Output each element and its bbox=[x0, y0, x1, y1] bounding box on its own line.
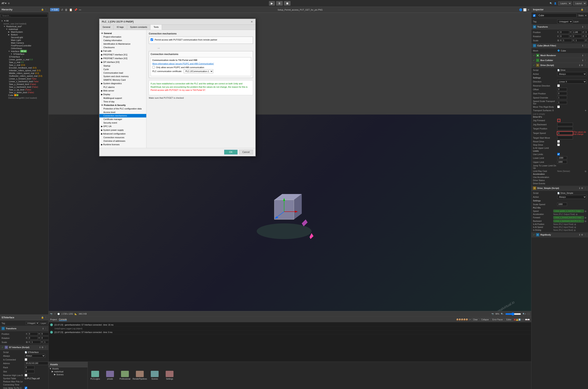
s7-addr-input[interactable] bbox=[25, 362, 48, 365]
tree-access-level[interactable]: Access level bbox=[99, 110, 146, 114]
mesh-filter-menu[interactable]: ⋮ bbox=[584, 44, 587, 47]
at-speed-select-icon[interactable]: ◎ bbox=[574, 226, 576, 228]
minimize-btn[interactable]: 🔵 bbox=[519, 8, 523, 11]
console-log-1[interactable]: ℹ [21:07:23] game4automation: S7 Interfa… bbox=[49, 323, 530, 327]
h-item-s7iface2[interactable]: S7Interface ✓ bbox=[0, 55, 48, 58]
proj-icon-plclogics[interactable]: PLCLogics bbox=[89, 370, 101, 381]
scale-y-input[interactable] bbox=[43, 340, 48, 344]
pos-y-input[interactable] bbox=[40, 332, 48, 336]
static-dropdown[interactable]: ▾ bbox=[585, 14, 587, 17]
bwd-io-val[interactable]: Linear_x_backward_bool (PLC Output B... bbox=[553, 220, 584, 222]
tree-overview-addr[interactable]: Overview of addresses bbox=[99, 139, 146, 143]
drive-gear[interactable]: ⚙ bbox=[581, 64, 583, 66]
s7-dots-icon[interactable]: ⋮ bbox=[45, 346, 47, 349]
transform-menu-icon2[interactable]: ⋮ bbox=[584, 26, 587, 28]
s7-rev-checkbox[interactable] bbox=[25, 374, 27, 376]
error-pause-btn[interactable]: Error Pause bbox=[491, 318, 504, 321]
tree-comm-load[interactable]: Communication load bbox=[99, 71, 146, 75]
tree-sys-power[interactable]: ▶ System power supply bbox=[99, 128, 146, 132]
proj-item-scenes[interactable]: ▶ Scenes bbox=[49, 373, 88, 376]
mesh-filter-info[interactable]: ℹ bbox=[582, 44, 583, 47]
speed-override-input[interactable] bbox=[557, 96, 567, 99]
search-icon[interactable]: 🔍 bbox=[550, 2, 552, 5]
speed-io-select-icon[interactable]: ◎ bbox=[585, 210, 587, 212]
direction-select[interactable]: Linear X bbox=[557, 80, 587, 84]
target-pos-input[interactable] bbox=[557, 127, 573, 130]
scene-zoom-slider[interactable] bbox=[505, 312, 521, 316]
at-pos-select-icon[interactable]: ◎ bbox=[574, 223, 576, 225]
tree-time-of-day[interactable]: Time of day bbox=[99, 100, 146, 103]
tree-plc-config-protection[interactable]: Protection of the PLC configuration data bbox=[99, 107, 146, 110]
h-item-realvirtual[interactable]: ▼ realvirtual bbox=[0, 28, 48, 31]
box-collider-menu[interactable]: ⋮ bbox=[584, 59, 587, 62]
tab-io-tags[interactable]: IO tags bbox=[114, 25, 127, 30]
drive-simple-gear[interactable]: ⚙ bbox=[581, 187, 583, 190]
tree-protection[interactable]: ▼ Protection & Security bbox=[99, 103, 146, 107]
h-item-saw-y-fwd[interactable]: Saw_y_forward_bool (False) bbox=[0, 83, 48, 86]
offset-input[interactable] bbox=[557, 88, 567, 91]
drive-check[interactable]: ✓ bbox=[533, 64, 535, 66]
inspector-lock-icon[interactable]: 🔒 bbox=[581, 8, 584, 11]
move-rigid-checkbox[interactable] bbox=[557, 105, 560, 108]
hierarchy-search-input[interactable] bbox=[1, 14, 48, 17]
permit-access-checkbox[interactable] bbox=[151, 38, 153, 41]
tree-cycle[interactable]: Cycle bbox=[99, 67, 146, 71]
tree-display[interactable]: ▶ Display bbox=[99, 93, 146, 96]
tab-system-constants[interactable]: System constants bbox=[127, 25, 151, 30]
stop-drive-checkbox[interactable] bbox=[557, 143, 560, 146]
scene-tool-paste[interactable]: 📌 bbox=[74, 8, 77, 11]
h-item-saw-y[interactable]: Saw_y_real 0.0 bbox=[0, 61, 48, 64]
drive-simple-menu[interactable]: ⋮ bbox=[584, 187, 587, 190]
tree-sys-clock[interactable]: System and clock memory bbox=[99, 75, 146, 78]
sy-input[interactable] bbox=[575, 39, 585, 42]
limit-raycast-icon[interactable]: ◎ bbox=[585, 170, 587, 172]
h-item-demochangemU[interactable]: DemoChangeMU (not loaded) bbox=[0, 97, 48, 99]
reset-drive-checkbox[interactable] bbox=[557, 140, 560, 143]
h-item-encoder[interactable]: Encoder_feedback_real (0.0) bbox=[0, 66, 48, 69]
maximize-btn[interactable]: ⬜ bbox=[523, 8, 526, 11]
upper-limit-input[interactable] bbox=[557, 160, 567, 164]
console-log-2[interactable]: UnityEngine.Logger.Log (object) bbox=[49, 327, 530, 330]
h-item-middle[interactable]: Middle_rollers_speed_real (0.0) bbox=[0, 72, 48, 75]
mesh-renderer-check[interactable]: ✓ bbox=[533, 54, 535, 57]
tree-opc-ua[interactable]: ▶ OPC UA bbox=[99, 125, 146, 128]
tree-startup[interactable]: Startup bbox=[99, 64, 146, 67]
proj-icon-scenes[interactable]: Scenes bbox=[149, 370, 161, 381]
tree-catalog-info[interactable]: Catalog information bbox=[99, 38, 146, 42]
h-item-realvirtual-test[interactable]: ▼ Realvirtual_test* bbox=[0, 25, 48, 28]
account-icon[interactable]: 👤 bbox=[554, 2, 557, 5]
s7-menu-icon[interactable]: ⋮ bbox=[45, 316, 47, 319]
tree-security-event[interactable]: Security event bbox=[99, 121, 146, 125]
h-item-secondlight[interactable]: SecondLight bbox=[0, 36, 48, 39]
s7-layer-dropdown[interactable]: Default bbox=[47, 322, 48, 325]
settings-icon[interactable]: ⚙ bbox=[8, 2, 10, 5]
tree-web-server[interactable]: ▶ Web server bbox=[99, 89, 146, 93]
tab-general[interactable]: General bbox=[99, 25, 114, 30]
s7-lock-icon[interactable]: 🔒 bbox=[41, 316, 44, 319]
accel-io-select-icon[interactable]: ◎ bbox=[576, 213, 578, 215]
speed-io-val[interactable]: Linear_guider_x_real (PLC Output Float) bbox=[553, 210, 584, 212]
layout-dropdown[interactable]: Layout bbox=[573, 1, 587, 5]
modal-close-btn[interactable]: ✕ bbox=[251, 20, 253, 23]
tree-cert-manager[interactable]: Certificate manager bbox=[99, 117, 146, 121]
add-btn[interactable]: + bbox=[585, 109, 587, 112]
target-start-input[interactable] bbox=[557, 136, 573, 139]
rigidbody-info[interactable]: ℹ bbox=[579, 233, 580, 236]
collapse-btn[interactable]: Collapse bbox=[480, 318, 490, 321]
reverse-dir-checkbox[interactable] bbox=[557, 84, 560, 87]
drive-info[interactable]: ℹ bbox=[579, 64, 580, 66]
bwd-io-select-icon[interactable]: ◎ bbox=[585, 220, 587, 222]
pos-x-input[interactable] bbox=[28, 332, 38, 336]
jog-bwd-input[interactable] bbox=[557, 123, 573, 126]
transform-info-icon[interactable]: ℹ bbox=[43, 327, 43, 330]
ds-scale-speed-input[interactable] bbox=[557, 203, 567, 206]
edit-btn[interactable]: ✏ Edit bbox=[50, 8, 59, 11]
tab-texts[interactable]: Texts bbox=[150, 25, 162, 30]
rigidbody-gear[interactable]: ⚙ bbox=[581, 233, 583, 236]
editor-btn[interactable]: Editor bbox=[505, 318, 513, 321]
use-limits-checkbox[interactable] bbox=[557, 153, 560, 156]
proj-item-rv[interactable]: ▶ realvirtual bbox=[49, 370, 88, 373]
s7-gear-icon[interactable]: ⚙ bbox=[41, 346, 43, 349]
clear-btn[interactable]: Clear bbox=[472, 318, 479, 321]
s7-connected-checkbox[interactable] bbox=[25, 358, 27, 361]
